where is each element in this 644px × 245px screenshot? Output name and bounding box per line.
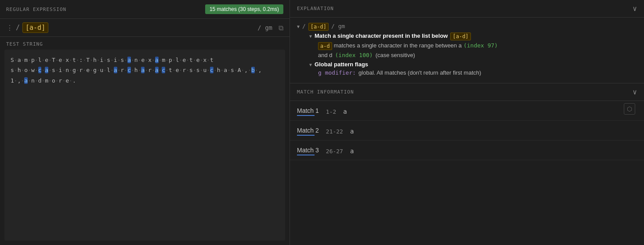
match-1-value: a [343,108,347,115]
match-item-1: Match 1 1-2 a [290,101,644,121]
match-3-range: 26-27 [326,148,343,155]
match-2-label-wrap: Match 2 [297,127,319,136]
match-info-header: MATCH INFORMATION ∨ [290,83,644,101]
explanation-title: EXPLANATION [297,6,633,11]
test-string-title: TEST STRING [0,37,289,50]
exp-and-row: and d (index 100) (case sensitive) [297,52,637,58]
exp-and-d: and d [318,52,333,58]
share-icon[interactable]: ⬡ [624,103,635,115]
match-2-value: a [350,128,354,135]
match-1-range: 1-2 [326,108,336,115]
test-string-area[interactable]: S·a·m·p·l·e·T·e·x·t·:·T·h·i·s·i·s·a·n·e·… [4,50,285,241]
match-2-range: 21-22 [326,128,343,135]
exp-range-desc: matches a single character in the range … [334,42,462,49]
explanation-chevron[interactable]: ∨ [633,4,637,13]
slash-open: / [16,24,20,32]
exp-row-pattern: ▼ / [a-d] / gm [297,23,637,31]
exp-main-badge: [a-d] [450,32,470,40]
explanation-content: ▼ / [a-d] / gm ▼ Match a single characte… [290,18,644,83]
match-item-2: Match 2 21-22 a [290,121,644,141]
exp-global-row: ▼ Global pattern flags [297,61,637,68]
match-3-underline [297,155,315,155]
exp-g-code: g modifier: [318,69,356,76]
exp-slash-open: / [302,23,306,29]
explanation-header: EXPLANATION ∨ [290,0,644,18]
match-2-underline [297,135,315,136]
exp-index-a: (index 97) [463,42,498,49]
exp-triangle-1[interactable]: ▼ [297,24,300,29]
match-item-3: Match 3 26-27 a [290,141,644,160]
regex-title: REGULAR EXPRESSION [6,7,202,12]
match-1-underline [297,115,315,116]
exp-case: (case sensitive) [376,52,415,58]
exp-global-bold: Global pattern flags [315,61,368,68]
exp-index-d: (index 100) [335,52,373,58]
dots-menu[interactable]: ⋮ [6,24,13,32]
regex-pattern[interactable]: [a-d] [22,22,48,33]
match-list: ⬡ Match 1 1-2 a Match 2 21-22 a Match 3 [290,101,644,245]
regex-input-row: ⋮ / [a-d] / gm ⧉ [0,19,289,37]
exp-g-row: g modifier: global. All matches (don't r… [297,69,637,76]
match-3-label-wrap: Match 3 [297,147,319,155]
regex-header: REGULAR EXPRESSION 15 matches (30 steps,… [0,0,289,19]
regex-flags: / gm [257,24,272,31]
match-1-label: Match 1 [297,107,319,114]
exp-g-desc: global. All matches (don't return after … [358,69,481,76]
match-3-label: Match 3 [297,147,319,154]
exp-main-bold: Match a single character present in the … [315,32,448,39]
match-info-chevron[interactable]: ∨ [633,88,637,96]
exp-range-badge: a-d [318,42,332,50]
matches-badge: 15 matches (30 steps, 0.2ms) [205,4,283,14]
exp-main-row: ▼ Match a single character present in th… [297,32,637,40]
match-1-label-wrap: Match 1 [297,107,319,116]
exp-flags-text: / gm [331,23,345,29]
match-3-value: a [350,148,354,155]
text-S: S [11,57,14,63]
match-info-title: MATCH INFORMATION [297,89,633,95]
match-2-label: Match 2 [297,127,319,134]
exp-triangle-3[interactable]: ▼ [309,62,312,67]
left-panel: REGULAR EXPRESSION 15 matches (30 steps,… [0,0,290,245]
exp-triangle-2[interactable]: ▼ [309,34,312,39]
exp-range-row: a-d matches a single character in the ra… [297,42,637,50]
copy-icon[interactable]: ⧉ [279,24,283,32]
exp-pattern-badge: [a-d] [308,23,329,31]
right-panel: EXPLANATION ∨ ▼ / [a-d] / gm ▼ Match a s… [290,0,644,245]
